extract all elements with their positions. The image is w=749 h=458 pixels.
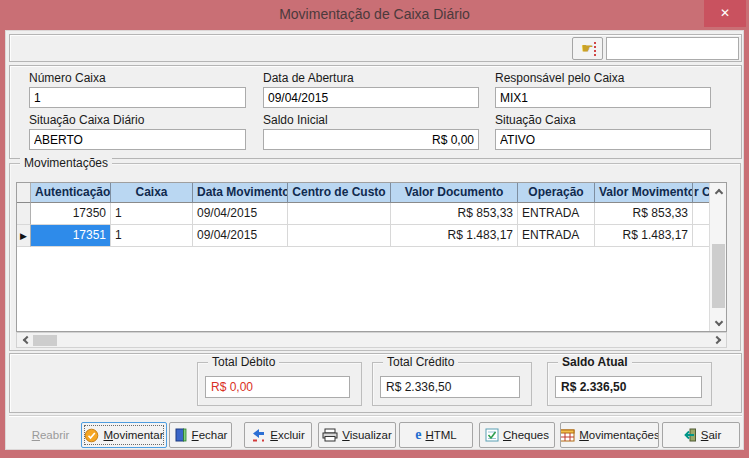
col-valor-movimento[interactable]: Valor Movimento (595, 183, 693, 203)
delete-arrow-icon (251, 428, 266, 442)
totals-panel: Total Débito R$ 0,00 Total Crédito R$ 2.… (9, 353, 742, 413)
data-abertura-label: Data de Abertura (263, 71, 479, 85)
client-area: ☛ Número Caixa Data de Abertura Responsá… (5, 30, 744, 450)
total-debito-label: Total Débito (208, 355, 279, 369)
scroll-down-button[interactable] (710, 314, 727, 329)
total-debito-value: R$ 0,00 (205, 376, 350, 398)
cheques-button[interactable]: Cheques (479, 422, 555, 448)
grid-horizontal-scrollbar[interactable] (16, 332, 727, 348)
html-label: HTML (425, 429, 456, 441)
col-valor-documento[interactable]: Valor Documento (391, 183, 518, 203)
col-centro-custo[interactable]: Centro de Custo (288, 183, 391, 203)
field-situacao-diario: Situação Caixa Diário (29, 113, 246, 150)
total-debito-group: Total Débito R$ 0,00 (197, 362, 362, 406)
table-row-selected[interactable]: ▶ 17351 1 09/04/2015 R$ 1.483,17 ENTRADA… (17, 225, 711, 247)
exit-door-icon (681, 428, 697, 442)
cell-operacao[interactable]: ENTRADA (518, 203, 595, 225)
total-credito-label: Total Crédito (383, 355, 458, 369)
locate-record-button[interactable]: ☛ (572, 37, 603, 60)
scroll-up-button[interactable] (710, 185, 727, 200)
table-row[interactable]: 17350 1 09/04/2015 R$ 853,33 ENTRADA R$ … (17, 203, 711, 225)
visualizar-button[interactable]: Visualizar (318, 422, 396, 448)
excluir-label: Excluir (270, 429, 305, 441)
movimentacoes-button[interactable]: Movimentações (560, 422, 659, 448)
movimentacoes-group: Movimentações Autenticação Caixa Data Mo… (9, 163, 741, 351)
saldo-atual-label: Saldo Atual (558, 355, 632, 369)
sair-label: Sair (701, 429, 721, 441)
scroll-left-button[interactable] (19, 333, 34, 347)
cell-centro-custo[interactable] (288, 203, 391, 225)
field-saldo-inicial: Saldo Inicial (263, 113, 479, 150)
chevron-left-icon (22, 336, 30, 344)
row-indicator (17, 203, 31, 225)
excluir-button[interactable]: Excluir (244, 422, 312, 448)
sair-button[interactable]: Sair (662, 422, 740, 448)
situacao-caixa-input[interactable] (495, 129, 711, 150)
movimentar-label: Movimentar (103, 429, 163, 441)
fechar-label: Fechar (192, 429, 228, 441)
html-button[interactable]: e HTML (399, 422, 473, 448)
current-row-arrow-icon: ▶ (20, 231, 27, 241)
saldo-inicial-input[interactable] (263, 129, 479, 150)
data-abertura-input[interactable] (263, 87, 479, 108)
col-autenticacao[interactable]: Autenticação (31, 183, 111, 203)
situacao-diario-input[interactable] (29, 129, 246, 150)
chevron-down-icon (714, 317, 722, 325)
cell-operacao[interactable]: ENTRADA (518, 225, 595, 247)
cheques-label: Cheques (503, 429, 549, 441)
responsavel-label: Responsável pelo Caixa (495, 71, 711, 85)
cell-data-movimento[interactable]: 09/04/2015 (193, 225, 288, 247)
saldo-atual-group: Saldo Atual R$ 2.336,50 (547, 362, 712, 406)
pointing-hand-icon: ☛ (581, 40, 594, 56)
col-data-movimento[interactable]: Data Movimento (193, 183, 288, 203)
cell-autenticacao[interactable]: 17350 (31, 203, 111, 225)
internet-e-icon: e (415, 427, 421, 443)
close-button[interactable]: ✕ (704, 0, 746, 27)
table-grid-icon (560, 429, 575, 442)
search-input[interactable] (606, 37, 739, 60)
vertical-scroll-thumb[interactable] (712, 244, 725, 308)
movimentacoes-group-label: Movimentações (20, 156, 112, 170)
movimentacoes-grid: Autenticação Caixa Data Movimento Centro… (16, 182, 727, 332)
fechar-button[interactable]: Fechar (169, 422, 232, 448)
cell-caixa[interactable]: 1 (111, 225, 193, 247)
printer-icon (322, 428, 338, 442)
situacao-diario-label: Situação Caixa Diário (29, 113, 246, 127)
movimentar-button[interactable]: Movimentar (81, 422, 167, 448)
blue-door-icon (174, 428, 188, 442)
field-numero-caixa: Número Caixa (29, 71, 246, 108)
horizontal-scroll-thumb[interactable] (33, 335, 57, 346)
toolbar: ☛ (9, 34, 742, 62)
button-bar: Reabrir Movimentar Fechar Excluir (9, 415, 742, 448)
scroll-right-button[interactable] (709, 333, 724, 347)
saldo-inicial-label: Saldo Inicial (263, 113, 479, 127)
col-operacao[interactable]: Operação (518, 183, 595, 203)
cell-valor-documento[interactable]: R$ 853,33 (391, 203, 518, 225)
window-title: Movimentação de Caixa Diário (0, 6, 749, 22)
grid-vertical-scrollbar[interactable] (709, 183, 726, 331)
field-responsavel: Responsável pelo Caixa (495, 71, 711, 108)
cell-centro-custo[interactable] (288, 225, 391, 247)
field-situacao-caixa: Situação Caixa (495, 113, 711, 150)
situacao-caixa-label: Situação Caixa (495, 113, 711, 127)
visualizar-label: Visualizar (342, 429, 392, 441)
row-indicator-current: ▶ (17, 225, 31, 247)
field-data-abertura: Data de Abertura (263, 71, 479, 108)
grid-header-row: Autenticação Caixa Data Movimento Centro… (17, 183, 711, 203)
col-caixa[interactable]: Caixa (111, 183, 193, 203)
cell-valor-movimento[interactable]: R$ 853,33 (595, 203, 693, 225)
chevron-right-icon (712, 336, 720, 344)
cell-valor-movimento[interactable]: R$ 1.483,17 (595, 225, 693, 247)
chevron-up-icon (714, 188, 722, 196)
grid-corner-cell (17, 183, 31, 203)
numero-caixa-label: Número Caixa (29, 71, 246, 85)
numero-caixa-input[interactable] (29, 87, 246, 108)
cell-caixa[interactable]: 1 (111, 203, 193, 225)
responsavel-input[interactable] (495, 87, 711, 108)
cell-autenticacao-selected[interactable]: 17351 (31, 225, 111, 247)
cell-data-movimento[interactable]: 09/04/2015 (193, 203, 288, 225)
checkbox-list-icon (485, 428, 499, 442)
cell-valor-documento[interactable]: R$ 1.483,17 (391, 225, 518, 247)
cash-header-form: Número Caixa Data de Abertura Responsáve… (9, 65, 742, 159)
total-credito-group: Total Crédito R$ 2.336,50 (372, 362, 532, 406)
